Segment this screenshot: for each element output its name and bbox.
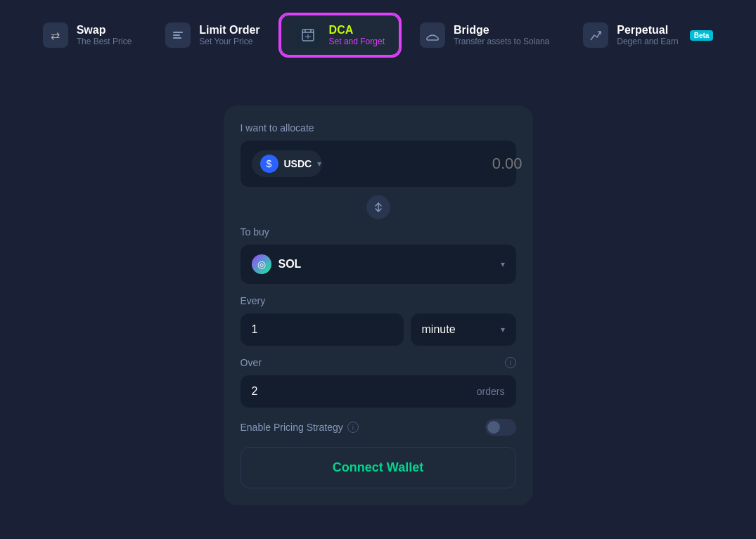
every-number-input[interactable]: [241, 313, 404, 346]
beta-badge: Beta: [690, 30, 714, 41]
limit-order-nav-title: Limit Order: [199, 24, 260, 37]
bridge-icon: [420, 22, 445, 48]
svg-rect-1: [173, 34, 180, 36]
nav-item-swap[interactable]: ⇄ Swap The Best Price: [29, 15, 146, 55]
token-from-chevron: ▾: [317, 159, 321, 169]
over-row-header: Over i: [241, 357, 516, 368]
swap-direction-row: [241, 195, 516, 219]
allocate-amount-input[interactable]: [329, 155, 523, 173]
token-to-selector[interactable]: ◎ SOL ▾: [241, 245, 516, 284]
dca-nav-title: DCA: [329, 24, 385, 37]
over-input-row: orders: [241, 375, 516, 408]
limit-order-icon: [165, 22, 191, 48]
swap-icon: ⇄: [43, 22, 68, 48]
perpetual-nav-subtitle: Degen and Earn: [617, 37, 678, 46]
token-from-name: USDC: [284, 158, 312, 169]
limit-order-nav-subtitle: Set Your Price: [199, 37, 260, 46]
pricing-strategy-info-icon[interactable]: i: [347, 422, 359, 433]
swap-nav-subtitle: The Best Price: [77, 37, 132, 46]
over-info-icon[interactable]: i: [505, 357, 516, 368]
nav-item-bridge[interactable]: Bridge Transfer assets to Solana: [406, 15, 563, 55]
over-label: Over: [241, 357, 262, 368]
swap-nav-title: Swap: [77, 24, 132, 37]
allocate-row: $ USDC ▾: [241, 141, 516, 187]
allocate-label: I want to allocate: [241, 122, 516, 134]
pricing-strategy-toggle[interactable]: [485, 419, 516, 436]
nav-item-dca[interactable]: DCA Set and Forget: [280, 14, 400, 56]
dca-nav-subtitle: Set and Forget: [329, 37, 385, 46]
usdc-icon: $: [260, 155, 278, 173]
pricing-strategy-row: Enable Pricing Strategy i: [241, 419, 516, 436]
every-label: Every: [241, 295, 516, 306]
dca-icon: [295, 22, 321, 48]
orders-label: orders: [477, 386, 505, 397]
toggle-knob: [487, 421, 500, 434]
bridge-nav-title: Bridge: [454, 24, 549, 37]
every-row: minute ▾: [241, 313, 516, 346]
every-unit-label: minute: [422, 323, 456, 336]
to-buy-label: To buy: [241, 226, 516, 238]
main-content: I want to allocate $ USDC ▾ To buy ◎ SOL…: [0, 70, 756, 539]
dca-card: I want to allocate $ USDC ▾ To buy ◎ SOL…: [224, 105, 533, 505]
perpetual-nav-title: Perpetual: [617, 24, 678, 37]
svg-rect-2: [173, 37, 181, 39]
every-unit-select[interactable]: minute ▾: [411, 313, 516, 346]
top-navigation: ⇄ Swap The Best Price Limit Order Set Yo…: [0, 0, 756, 70]
bridge-nav-subtitle: Transfer assets to Solana: [454, 37, 549, 46]
every-unit-chevron: ▾: [501, 325, 505, 335]
pricing-strategy-label: Enable Pricing Strategy: [241, 422, 343, 433]
perpetual-icon: [583, 22, 608, 48]
over-number-input[interactable]: [252, 385, 477, 398]
token-from-selector[interactable]: $ USDC ▾: [252, 150, 322, 177]
nav-item-limit-order[interactable]: Limit Order Set Your Price: [151, 15, 274, 55]
swap-direction-button[interactable]: [366, 195, 390, 219]
token-to-name: SOL: [278, 258, 494, 271]
token-to-chevron: ▾: [501, 259, 505, 269]
connect-wallet-button[interactable]: Connect Wallet: [241, 447, 516, 488]
svg-rect-0: [173, 32, 183, 33]
sol-icon: ◎: [252, 254, 271, 274]
nav-item-perpetual[interactable]: Perpetual Degen and Earn Beta: [569, 15, 727, 55]
